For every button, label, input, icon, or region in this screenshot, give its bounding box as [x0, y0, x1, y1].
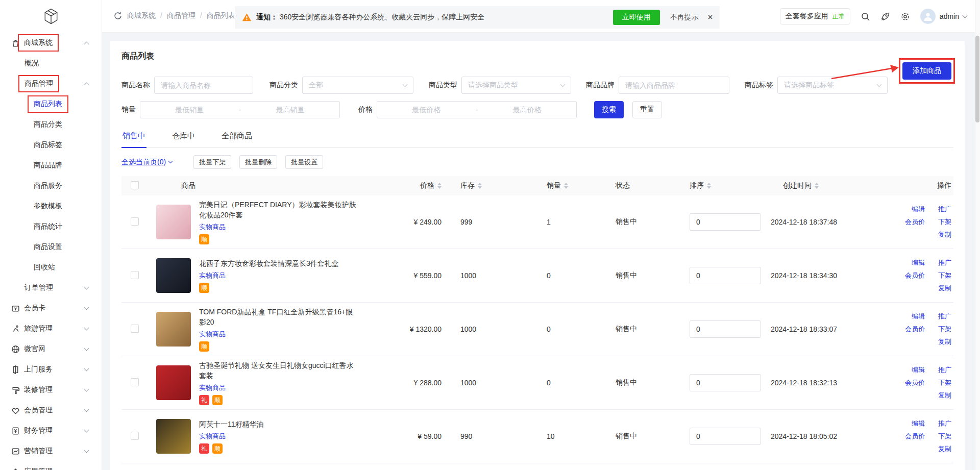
- action-link[interactable]: 会员价: [905, 432, 925, 441]
- action-link[interactable]: 会员价: [905, 325, 925, 334]
- action-link[interactable]: 编辑: [912, 365, 925, 375]
- plan-pill[interactable]: 全套餐多应用 正常: [780, 8, 850, 24]
- sidebar-item[interactable]: 商品标签: [0, 135, 102, 155]
- sort-toggle-icon[interactable]: [437, 183, 442, 189]
- action-link[interactable]: 推广: [938, 312, 951, 321]
- action-link[interactable]: 下架: [938, 325, 951, 334]
- action-link[interactable]: 下架: [938, 378, 951, 387]
- brand-input[interactable]: [619, 77, 729, 94]
- sidebar-item[interactable]: 装修管理: [0, 380, 102, 400]
- breadcrumb-item[interactable]: 商品列表: [207, 11, 235, 20]
- sort-input[interactable]: [690, 213, 761, 231]
- action-link[interactable]: 会员价: [905, 271, 925, 280]
- action-link[interactable]: 会员价: [905, 217, 925, 227]
- sidebar-item[interactable]: 商品统计: [0, 216, 102, 237]
- scrollbar-thumb[interactable]: [975, 36, 979, 122]
- dismiss-button[interactable]: 不再提示: [670, 13, 699, 22]
- user-menu[interactable]: admin: [920, 9, 967, 24]
- action-link[interactable]: 推广: [938, 419, 951, 428]
- product-type-link[interactable]: 实物商品: [199, 432, 226, 441]
- action-link[interactable]: 编辑: [912, 205, 925, 214]
- product-type-link[interactable]: 实物商品: [199, 330, 226, 339]
- use-now-button[interactable]: 立即使用: [613, 10, 660, 25]
- product-image[interactable]: [156, 312, 191, 347]
- gear-icon[interactable]: [900, 12, 910, 21]
- batch-button-0[interactable]: 批量下架: [193, 155, 231, 169]
- sidebar-item[interactable]: 商品服务: [0, 176, 102, 196]
- action-link[interactable]: 复制: [938, 444, 951, 454]
- action-link[interactable]: 下架: [938, 271, 951, 280]
- tab-0[interactable]: 销售中: [121, 131, 146, 148]
- sidebar-item[interactable]: 商城系统: [0, 33, 102, 53]
- action-link[interactable]: 复制: [938, 337, 951, 347]
- category-select[interactable]: 全部: [302, 77, 413, 94]
- add-product-button[interactable]: 添加商品: [902, 62, 951, 80]
- batch-button-1[interactable]: 批量删除: [239, 155, 277, 169]
- product-image[interactable]: [156, 365, 191, 400]
- product-image[interactable]: [156, 205, 191, 239]
- sales-max-input[interactable]: [241, 106, 339, 114]
- select-all-link[interactable]: 全选当前页(0): [121, 158, 172, 167]
- sidebar-item[interactable]: 回收站: [0, 257, 102, 278]
- product-type-link[interactable]: 实物商品: [199, 271, 226, 280]
- row-checkbox[interactable]: [131, 432, 139, 440]
- sidebar-item[interactable]: 概况: [0, 53, 102, 73]
- product-type-link[interactable]: 实物商品: [199, 383, 226, 392]
- action-link[interactable]: 推广: [938, 258, 951, 267]
- sidebar-item[interactable]: 商品管理: [0, 73, 102, 94]
- sort-toggle-icon[interactable]: [564, 183, 568, 189]
- row-checkbox[interactable]: [131, 378, 139, 386]
- search-icon[interactable]: [861, 12, 870, 21]
- product-image[interactable]: [156, 419, 191, 454]
- action-link[interactable]: 推广: [938, 205, 951, 214]
- breadcrumb-item[interactable]: 商品管理: [167, 11, 195, 20]
- sort-toggle-icon[interactable]: [478, 183, 482, 189]
- action-link[interactable]: 复制: [938, 230, 951, 239]
- action-link[interactable]: 下架: [938, 217, 951, 227]
- action-link[interactable]: 复制: [938, 391, 951, 400]
- sort-input[interactable]: [690, 374, 761, 391]
- rocket-icon[interactable]: [880, 12, 890, 21]
- product-name-input[interactable]: [154, 77, 253, 94]
- price-min-input[interactable]: [377, 106, 476, 114]
- sidebar-item[interactable]: 微官网: [0, 339, 102, 359]
- sidebar-item[interactable]: 会员管理: [0, 400, 102, 420]
- sales-min-input[interactable]: [140, 106, 239, 114]
- sort-toggle-icon[interactable]: [707, 183, 711, 189]
- select-all-checkbox[interactable]: [131, 181, 139, 189]
- scrollbar[interactable]: [975, 0, 980, 470]
- action-link[interactable]: 编辑: [912, 419, 925, 428]
- action-link[interactable]: 复制: [938, 284, 951, 293]
- batch-button-2[interactable]: 批量设置: [285, 155, 323, 169]
- sidebar-item[interactable]: 财务管理: [0, 420, 102, 441]
- sidebar-item[interactable]: 上门服务: [0, 359, 102, 380]
- action-link[interactable]: 编辑: [912, 312, 925, 321]
- action-link[interactable]: 编辑: [912, 258, 925, 267]
- tab-1[interactable]: 仓库中: [171, 131, 196, 148]
- notice-close-icon[interactable]: ×: [708, 13, 713, 21]
- sidebar-item[interactable]: 应用管理: [0, 461, 102, 470]
- row-checkbox[interactable]: [131, 325, 139, 333]
- sort-input[interactable]: [690, 320, 761, 338]
- action-link[interactable]: 会员价: [905, 378, 925, 387]
- sidebar-item[interactable]: 商品设置: [0, 237, 102, 257]
- tag-select[interactable]: 请选择商品标签: [777, 77, 888, 94]
- sidebar-item[interactable]: 旅游管理: [0, 318, 102, 339]
- sidebar-item[interactable]: 商品品牌: [0, 155, 102, 176]
- sidebar-item[interactable]: 订单管理: [0, 278, 102, 298]
- sort-toggle-icon[interactable]: [815, 183, 819, 189]
- action-link[interactable]: 推广: [938, 365, 951, 375]
- type-select[interactable]: 请选择商品类型: [461, 77, 571, 94]
- tab-2[interactable]: 全部商品: [220, 131, 253, 148]
- search-button[interactable]: 搜索: [594, 101, 624, 118]
- sidebar-item[interactable]: 营销管理: [0, 441, 102, 461]
- sidebar-item[interactable]: 参数模板: [0, 196, 102, 216]
- row-checkbox[interactable]: [131, 217, 139, 226]
- refresh-icon[interactable]: [113, 11, 124, 21]
- sidebar-item[interactable]: 商品列表: [0, 94, 102, 114]
- sort-input[interactable]: [690, 428, 761, 445]
- product-image[interactable]: [156, 258, 191, 293]
- row-checkbox[interactable]: [131, 271, 139, 279]
- app-logo[interactable]: [0, 0, 102, 33]
- sidebar-item[interactable]: 会员卡: [0, 298, 102, 318]
